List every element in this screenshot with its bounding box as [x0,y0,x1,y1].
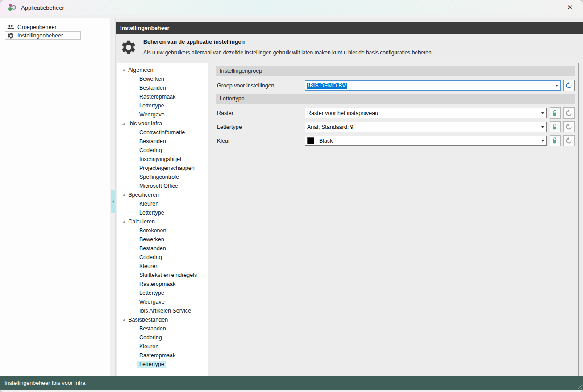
chevron-down-icon [555,85,558,87]
tree-item-kleuren[interactable]: Kleuren [117,262,208,271]
field-row-groep-voor-instellingen: Groep voor instellingen IBIS DEMO BV [216,80,575,91]
tree-item-bestanden[interactable]: Bestanden [117,244,208,253]
titlebar-gap [0,15,583,18]
tree-item-codering[interactable]: Codering [117,146,208,155]
tree-item-weergave[interactable]: Weergave [117,110,208,119]
tree-group-calculeren[interactable]: ◢Calculeren [117,217,208,226]
field-row-raster: Raster Raster voor het instapniveau [216,107,575,119]
sidebar-splitter[interactable] [110,18,116,376]
tree-item-label: Lettertype [137,289,166,297]
status-bar: Instellingenbeheer Ibis voor Infra [0,376,583,390]
settings-tree: ◢AlgemeenBewerkenBestandenRasteropmaakLe… [117,63,208,376]
tree-item-label: Kleuren [137,263,160,270]
tree-group-label: Specificeren [128,192,159,198]
lock-button[interactable] [550,121,561,132]
tree-item-label: Bestanden [137,325,168,332]
tree-item-bestanden[interactable]: Bestanden [117,324,208,333]
lock-button[interactable] [550,135,561,146]
tree-group-algemeen[interactable]: ◢Algemeen [117,66,208,74]
tree-item-codering[interactable]: Codering [117,333,208,342]
module-sidebar: Groepenbeheer Instellingenbeheer [0,18,110,376]
splitter-collapse-handle[interactable] [111,190,115,213]
sidebar-item-label: Instellingenbeheer [17,33,63,39]
reset-button-disabled[interactable] [563,135,575,146]
tree-item-bewerken[interactable]: Bewerken [117,74,208,83]
expander-icon[interactable]: ◢ [122,193,125,197]
tree-item-label: Rasteropmaak [137,281,177,288]
kleur-combobox[interactable]: Black [305,136,547,146]
tree-item-berekenen[interactable]: Berekenen [117,226,208,235]
tree-item-label: Projecteigenschappen [137,165,196,172]
tree-item-inschrijvingsbiljet[interactable]: Inschrijvingsbiljet [117,155,208,164]
combobox-value: Raster voor het instapniveau [305,110,539,116]
tree-item-weergave[interactable]: Weergave [117,297,208,306]
tree-item-lettertype[interactable]: Lettertype [117,289,208,297]
tree-item-bestanden[interactable]: Bestanden [117,83,208,92]
tree-item-ibis-artikelen-service[interactable]: Ibis Artikelen Service [117,306,208,315]
expander-icon[interactable]: ◢ [122,122,125,125]
tree-item-lettertype[interactable]: Lettertype [117,101,208,110]
tree-item-rasteropmaak[interactable]: Rasteropmaak [117,92,208,101]
expander-icon[interactable]: ◢ [122,220,125,223]
expander-icon[interactable]: ◢ [122,68,125,72]
combobox-value: Black [317,138,539,144]
page-title: Instellingenbeheer [120,25,169,31]
tree-item-sluittekst-en-eindregels[interactable]: Sluittekst en eindregels [117,271,208,280]
tree-item-kleuren[interactable]: Kleuren [117,342,208,351]
tree-item-microsoft-office[interactable]: Microsoft Office [117,182,208,190]
title-bar[interactable]: Applicatiebeheer ✕ [0,0,583,15]
tree-item-codering[interactable]: Codering [117,253,208,262]
field-label: Groep voor instellingen [216,83,305,89]
resize-grip[interactable] [576,383,582,389]
main-area: Instellingenbeheer Beheren van de applic… [116,18,583,376]
gear-teal-icon [12,5,16,10]
tree-item-label: Kleuren [137,200,160,207]
field-label: Kleur [216,138,305,144]
tree-item-bewerken[interactable]: Bewerken [117,235,208,244]
tree-group-basisbestanden[interactable]: ◢Basisbestanden [117,315,208,324]
section-header-lettertype: Lettertype [216,94,575,104]
app-logo-gears-icon [8,4,17,12]
chevron-down-icon [541,140,544,142]
tree-group-specificeren[interactable]: ◢Specificeren [117,190,208,199]
combobox-dropdown-button[interactable] [539,108,546,118]
tree-item-bestanden[interactable]: Bestanden [117,137,208,146]
page-title-bar: Instellingenbeheer [116,22,583,34]
color-swatch [307,137,314,144]
tree-group-label: Algemeen [128,67,153,73]
tree-item-label: Berekenen [137,227,168,234]
settings-gear-icon [120,39,137,56]
sidebar-item-groepenbeheer[interactable]: Groepenbeheer [5,23,81,31]
tree-item-spellingcontrole[interactable]: Spellingcontrole [117,173,208,182]
tree-item-rasteropmaak[interactable]: Rasteropmaak [117,280,208,289]
tree-item-label: Inschrijvingsbiljet [137,156,183,163]
tree-item-contractinformatie[interactable]: Contractinformatie [117,128,208,137]
reset-button-disabled[interactable] [563,107,575,119]
lettertype-combobox[interactable]: Arial; Standaard; 9 [305,122,547,132]
combobox-dropdown-button[interactable] [553,81,560,90]
tree-item-label: Sluittekst en eindregels [137,272,199,279]
tree-item-label: Rasteropmaak [137,93,177,100]
combobox-dropdown-button[interactable] [539,122,546,132]
tree-item-lettertype[interactable]: Lettertype [117,360,208,369]
tree-item-projecteigenschappen[interactable]: Projecteigenschappen [117,164,208,173]
field-row-lettertype: Lettertype Arial; Standaard; 9 [216,121,575,132]
reset-button-disabled[interactable] [563,121,575,132]
reset-button[interactable] [563,80,575,91]
groep-voor-instellingen-combobox[interactable]: IBIS DEMO BV [305,80,561,91]
tree-item-label: Spellingcontrole [137,173,181,181]
tree-item-rasteropmaak[interactable]: Rasteropmaak [117,351,208,360]
tree-item-kleuren[interactable]: Kleuren [117,199,208,208]
tree-group-label: Ibis voor Infra [128,120,162,127]
combobox-dropdown-button[interactable] [539,136,546,145]
lock-button[interactable] [550,107,561,119]
raster-combobox[interactable]: Raster voor het instapniveau [305,108,547,118]
combobox-value: IBIS DEMO BV [305,83,553,89]
close-icon[interactable]: ✕ [563,3,576,12]
tree-group-ibis-voor-infra[interactable]: ◢Ibis voor Infra [117,119,208,128]
tree-item-lettertype[interactable]: Lettertype [117,208,208,217]
chevron-down-icon [541,112,544,114]
sidebar-item-instellingenbeheer[interactable]: Instellingenbeheer [5,31,81,40]
expander-icon[interactable]: ◢ [122,318,125,322]
tree-item-label: Ibis Artikelen Service [137,307,193,314]
